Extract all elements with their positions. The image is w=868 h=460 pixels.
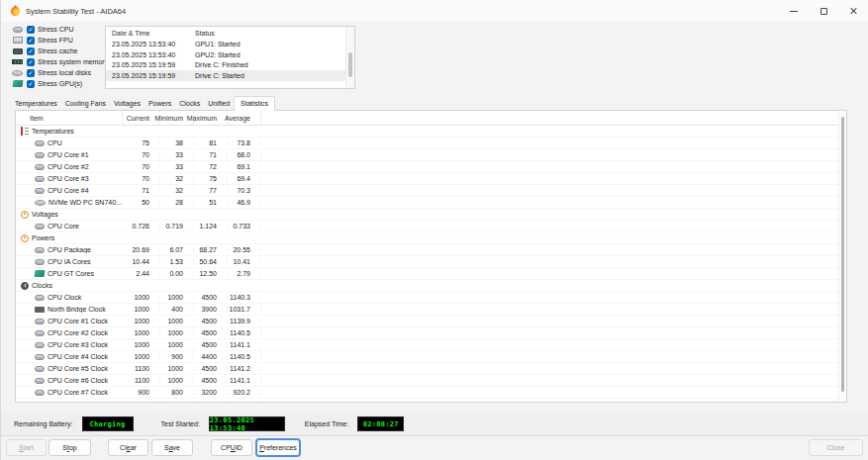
save-button[interactable]: Save: [151, 439, 193, 456]
log-cell-status: GPU2: Started: [189, 51, 354, 58]
stats-scrollbar-thumb[interactable]: [841, 117, 844, 392]
tab-bar: TemperaturesCooling FansVoltagesPowersCl…: [11, 93, 275, 110]
tab-unified[interactable]: Unified: [204, 98, 234, 110]
stats-row[interactable]: CPU GT Cores2.440.0012.502.79: [16, 268, 846, 280]
log-row[interactable]: 23.05.2025 13:53:40GPU1: Started: [106, 39, 354, 49]
stats-cell-item: CPU Core: [16, 223, 123, 230]
stop-button[interactable]: Stop: [48, 439, 91, 456]
checkbox[interactable]: [27, 26, 35, 34]
stats-row[interactable]: CPU75388173.8: [16, 138, 846, 149]
stats-row[interactable]: CPU Core #6 Clock1100100045001141.1: [16, 375, 846, 387]
stats-item-label: CPU Core #3 Clock: [48, 341, 108, 348]
stats-row[interactable]: CPU Core #7 Clock9008003200920.2: [16, 387, 846, 399]
stats-cell-average: 1140.3: [228, 294, 261, 301]
stats-cell-minimum: 400: [160, 306, 194, 313]
stress-option[interactable]: Stress GPU(s): [11, 78, 108, 89]
stats-row[interactable]: North Bridge Clock100040039001031.7: [16, 304, 846, 316]
log-scrollbar-thumb[interactable]: [348, 52, 352, 77]
log-scrollbar[interactable]: [345, 27, 354, 88]
stats-cell-current: 900: [123, 401, 160, 403]
checkbox[interactable]: [27, 69, 35, 77]
stats-cell-item: CPU Core #4: [16, 187, 123, 194]
stats-row[interactable]: CPU Core #3 Clock1000100045001141.1: [16, 339, 846, 351]
stats-cell-item: Powers: [16, 234, 123, 242]
stats-row[interactable]: CPU Core #170337168.0: [16, 149, 846, 161]
stats-row[interactable]: CPU Core #1 Clock1000100045001139.9: [16, 316, 846, 327]
stress-option[interactable]: Stress local disks: [11, 67, 108, 78]
checkbox[interactable]: [27, 47, 35, 55]
tab-temperatures[interactable]: Temperatures: [11, 98, 61, 110]
stats-item-label: North Bridge Clock: [48, 306, 106, 313]
stats-group-row[interactable]: Powers: [16, 232, 846, 244]
stats-item-label: CPU IA Cores: [48, 258, 91, 265]
stats-scrollbar[interactable]: [838, 111, 846, 402]
tab-powers[interactable]: Powers: [145, 98, 175, 110]
stats-item-label: CPU Core #7 Clock: [48, 389, 108, 396]
log-header-datetime[interactable]: Date & Time: [106, 30, 189, 37]
stats-group-row[interactable]: Clocks: [16, 280, 846, 292]
stats-cell-average: 2.79: [228, 270, 261, 277]
stress-option[interactable]: Stress CPU: [11, 24, 108, 35]
preferences-button[interactable]: Preferences: [256, 439, 300, 456]
checkbox[interactable]: [27, 58, 35, 66]
stats-header-average[interactable]: Average: [228, 111, 261, 125]
cpu-icon: [35, 319, 45, 324]
checkbox[interactable]: [27, 80, 35, 88]
stats-row[interactable]: CPU Core #2 Clock1000100045001140.5: [16, 327, 846, 339]
stats-row[interactable]: CPU IA Cores10.441.5350.6410.41: [16, 256, 846, 268]
log-header-row: Date & Time Status: [106, 27, 354, 39]
stats-row[interactable]: CPU Core #5 Clock1100100045001141.2: [16, 363, 846, 375]
tab-voltages[interactable]: Voltages: [110, 98, 145, 110]
minimize-button[interactable]: [779, 0, 809, 22]
log-row[interactable]: 23.05.2025 15:19:59Drive C: Started: [106, 70, 354, 81]
cpuid-button[interactable]: CPUID: [211, 439, 252, 456]
stats-cell-item: CPU Core #6 Clock: [16, 377, 123, 384]
maximize-button[interactable]: [809, 0, 838, 22]
stats-header-maximum[interactable]: Maximum: [194, 111, 228, 125]
stats-row[interactable]: CPU Package20.696.0768.2720.55: [16, 244, 846, 256]
log-row[interactable]: 23.05.2025 13:53:40GPU2: Started: [106, 49, 354, 60]
tab-cooling-fans[interactable]: Cooling Fans: [61, 98, 110, 110]
stats-row[interactable]: CPU Core0.7260.7191.1240.733: [16, 221, 846, 232]
power-icon: [21, 234, 29, 242]
fpu-icon: [13, 37, 23, 44]
stats-cell-item: CPU Package: [16, 246, 123, 253]
clear-button[interactable]: Clear: [108, 439, 148, 456]
stats-cell-minimum: 0.719: [160, 223, 194, 230]
stats-row[interactable]: CPU Core #270337269.1: [16, 161, 846, 173]
log-header-status[interactable]: Status: [189, 30, 354, 37]
stats-row[interactable]: CPU Core #8 Clock9008003200919.1: [16, 399, 846, 403]
stats-row[interactable]: CPU Clock1000100045001140.3: [16, 292, 846, 304]
tab-statistics[interactable]: Statistics: [234, 96, 275, 111]
stats-row[interactable]: CPU Core #4 Clock100090044001140.5: [16, 351, 846, 363]
cpu-icon: [35, 259, 45, 265]
stats-row[interactable]: NVMe WD PC SN740...50285146.9: [16, 197, 846, 209]
stats-header-item[interactable]: Item: [16, 111, 123, 125]
close-button[interactable]: Close: [809, 439, 863, 456]
stats-cell-current: 1000: [123, 306, 160, 313]
stats-cell-maximum: 68.27: [194, 246, 228, 253]
battery-led-display: Charging: [82, 416, 134, 431]
stress-option[interactable]: Stress FPU: [11, 35, 108, 46]
stats-cell-maximum: 75: [194, 175, 228, 182]
stats-cell-minimum: 800: [160, 401, 194, 403]
stats-row[interactable]: CPU Core #370327569.4: [16, 173, 846, 185]
stats-cell-item: North Bridge Clock: [16, 306, 123, 313]
stress-option[interactable]: Stress system memory: [11, 56, 108, 67]
stats-item-label: CPU Core #1: [48, 151, 89, 158]
stress-option[interactable]: Stress cache: [11, 46, 108, 56]
stats-row[interactable]: CPU Core #471327770.3: [16, 185, 846, 197]
stats-cell-current: 2.44: [123, 270, 160, 277]
tab-clocks[interactable]: Clocks: [175, 98, 204, 110]
start-button[interactable]: Start: [6, 439, 47, 456]
stats-cell-maximum: 72: [194, 163, 228, 170]
checkbox[interactable]: [27, 37, 35, 45]
stats-group-row[interactable]: Temperatures: [16, 126, 846, 138]
log-row[interactable]: 23.05.2025 15:19:59Drive C: Finished: [106, 60, 354, 71]
close-window-button[interactable]: [838, 0, 868, 22]
stats-cell-current: 0.726: [123, 223, 160, 230]
stats-cell-current: 1000: [123, 341, 160, 348]
stats-cell-maximum: 1.124: [194, 223, 228, 230]
stats-group-row[interactable]: Voltages: [16, 209, 846, 221]
stats-cell-current: 1000: [123, 318, 160, 324]
